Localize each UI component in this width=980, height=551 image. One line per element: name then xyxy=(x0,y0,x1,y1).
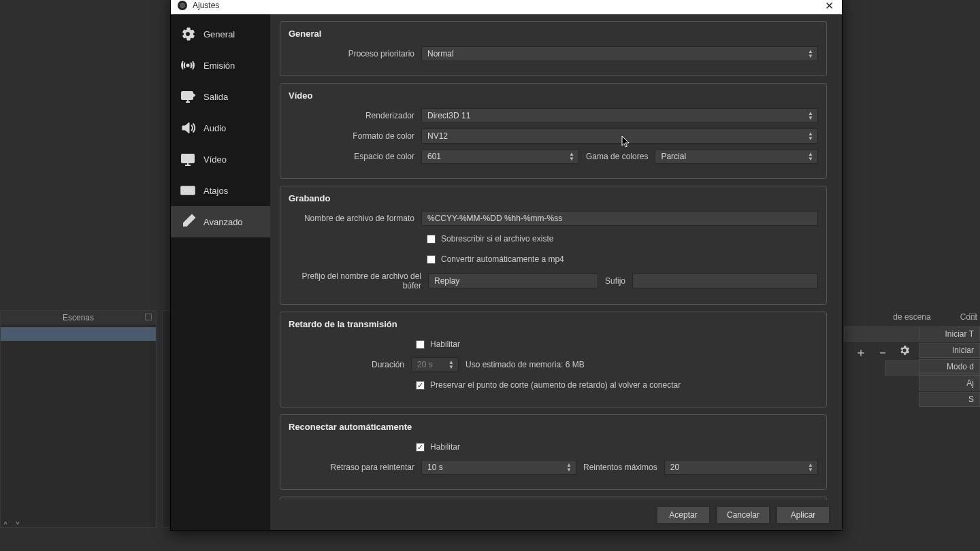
chevron-updown-icon: ▲▼ xyxy=(447,358,455,371)
checkbox-icon xyxy=(427,255,436,264)
minus-icon[interactable]: － xyxy=(877,344,889,361)
chevron-updown-icon: ▲▼ xyxy=(806,48,815,60)
dialog-titlebar: Ajustes ✕ xyxy=(171,0,842,14)
speaker-icon xyxy=(179,119,197,137)
group-stream-delay: Retardo de la transmisión Habilitar Dura… xyxy=(280,312,827,407)
color-format-label: Formato de color xyxy=(289,131,421,141)
sidebar-item-hotkeys[interactable]: Atajos xyxy=(171,175,270,206)
scenes-panel: Escenas xyxy=(0,310,157,528)
settings-dialog: Ajustes ✕ General Emisión Sa xyxy=(170,0,843,531)
cancel-button[interactable]: Cancelar xyxy=(717,506,770,524)
close-icon[interactable]: ✕ xyxy=(821,0,838,12)
sidebar-item-label: Audio xyxy=(203,123,226,133)
overwrite-checkbox[interactable]: Sobrescribir si el archivo existe xyxy=(427,234,553,244)
chevron-updown-icon: ▲▼ xyxy=(806,461,815,473)
delay-enable-checkbox[interactable]: Habilitar xyxy=(416,339,460,349)
priority-label: Proceso prioritario xyxy=(289,49,421,59)
monitor-icon xyxy=(179,150,197,168)
group-title: Vídeo xyxy=(289,90,818,101)
filename-format-input[interactable]: %CCYY-%MM-%DD %hh-%mm-%ss xyxy=(421,211,818,226)
automux-checkbox[interactable]: Convertir automáticamente a mp4 xyxy=(427,254,564,264)
renderer-label: Renderizador xyxy=(289,111,421,120)
svg-rect-1 xyxy=(182,92,193,99)
reconnect-enable-checkbox[interactable]: Habilitar xyxy=(416,442,460,452)
scenes-title-text: Escenas xyxy=(63,313,94,322)
color-space-label: Espacio de color xyxy=(289,152,421,161)
chevron-updown-icon: ▲▼ xyxy=(568,150,576,163)
studio-mode-button[interactable]: Modo d xyxy=(919,359,980,374)
sidebar-item-output[interactable]: Salida xyxy=(171,81,270,112)
start-record-button[interactable]: Iniciar xyxy=(919,343,980,358)
delay-memory-estimate: Uso estimado de memoria: 6 MB xyxy=(459,360,591,369)
selected-scene-row xyxy=(1,327,156,341)
group-title: General xyxy=(289,29,818,39)
app-icon xyxy=(178,1,187,10)
keyboard-icon xyxy=(179,182,197,199)
exit-button[interactable]: S xyxy=(919,392,980,407)
monitor-out-icon xyxy=(179,88,197,105)
antenna-icon xyxy=(179,56,197,74)
plus-icon[interactable]: ＋ xyxy=(855,344,867,361)
retry-delay-spin[interactable]: 10 s ▲▼ xyxy=(421,460,576,475)
delay-duration-spin[interactable]: 20 s ▲▼ xyxy=(411,357,459,372)
max-retries-label: Reintentos máximos xyxy=(576,463,664,472)
group-title: Retardo de la transmisión xyxy=(289,319,818,329)
controls-panel-title: Cont xyxy=(919,310,980,324)
chevron-up-icon[interactable]: ˄ xyxy=(3,520,8,533)
sidebar-item-video[interactable]: Vídeo xyxy=(171,144,270,175)
color-space-combo[interactable]: 601 ▲▼ xyxy=(421,149,579,164)
color-range-label: Gama de colores xyxy=(579,152,655,161)
sidebar-item-label: Atajos xyxy=(203,186,228,196)
color-range-combo[interactable]: Parcial ▲▼ xyxy=(655,149,818,164)
chevron-down-icon[interactable]: ˅ xyxy=(15,520,20,533)
retry-delay-label: Retraso para reintentar xyxy=(289,463,421,472)
tools-icon xyxy=(179,213,197,231)
chevron-updown-icon: ▲▼ xyxy=(806,130,815,142)
sidebar-item-label: Avanzado xyxy=(203,217,243,227)
max-retries-spin[interactable]: 20 ▲▼ xyxy=(664,460,818,475)
checkbox-icon xyxy=(416,443,425,452)
chevron-updown-icon: ▲▼ xyxy=(806,110,815,122)
group-recording: Grabando Nombre de archivo de formato %C… xyxy=(280,186,827,305)
checkbox-icon xyxy=(416,381,425,390)
priority-combo[interactable]: Normal ▲▼ xyxy=(421,46,818,61)
svg-point-0 xyxy=(186,64,189,66)
buffer-suffix-input[interactable] xyxy=(632,273,818,288)
sidebar-item-label: Emisión xyxy=(203,61,235,71)
buffer-prefix-input[interactable]: Replay xyxy=(428,273,598,288)
buffer-prefix-label: Prefijo del nombre de archivo del búfer xyxy=(289,271,428,290)
gear-icon[interactable] xyxy=(898,344,911,361)
settings-button[interactable]: Aj xyxy=(919,375,980,390)
svg-rect-2 xyxy=(182,154,194,163)
dialog-title: Ajustes xyxy=(193,1,219,10)
renderer-combo[interactable]: Direct3D 11 ▲▼ xyxy=(421,108,818,123)
ok-button[interactable]: Aceptar xyxy=(657,506,710,524)
dialog-button-row: Aceptar Cancelar Aplicar xyxy=(270,500,842,530)
group-general: General Proceso prioritario Normal ▲▼ xyxy=(280,21,827,76)
group-title: Reconectar automáticamente xyxy=(289,422,818,432)
group-video: Vídeo Renderizador Direct3D 11 ▲▼ Format… xyxy=(280,83,827,179)
checkbox-icon xyxy=(427,235,436,244)
apply-button[interactable]: Aplicar xyxy=(777,506,830,524)
scene-transition-toolbar: ＋ － xyxy=(855,344,911,361)
delay-preserve-checkbox[interactable]: Preservar el punto de corte (aumento de … xyxy=(416,380,681,390)
sidebar-item-label: General xyxy=(203,29,235,39)
delay-duration-label: Duración xyxy=(289,360,411,369)
checkbox-icon xyxy=(416,340,425,349)
sidebar-item-advanced[interactable]: Avanzado xyxy=(171,206,270,237)
sidebar-item-label: Salida xyxy=(203,92,228,102)
sidebar-item-audio[interactable]: Audio xyxy=(171,112,270,144)
group-title: Grabando xyxy=(289,193,818,203)
filename-format-label: Nombre de archivo de formato xyxy=(289,214,421,223)
scenes-panel-title: Escenas xyxy=(1,311,156,324)
sidebar-item-stream[interactable]: Emisión xyxy=(171,50,270,81)
panel-pin-icon xyxy=(145,314,152,320)
color-format-combo[interactable]: NV12 ▲▼ xyxy=(421,129,818,144)
sidebar-item-label: Vídeo xyxy=(203,154,227,165)
gear-icon xyxy=(179,25,197,43)
group-reconnect: Reconectar automáticamente Habilitar Ret… xyxy=(280,414,827,490)
sidebar-item-general[interactable]: General xyxy=(171,18,270,50)
start-stream-button[interactable]: Iniciar T xyxy=(919,327,980,341)
chevron-updown-icon: ▲▼ xyxy=(806,150,815,163)
settings-content[interactable]: General Proceso prioritario Normal ▲▼ Ví… xyxy=(270,14,842,500)
